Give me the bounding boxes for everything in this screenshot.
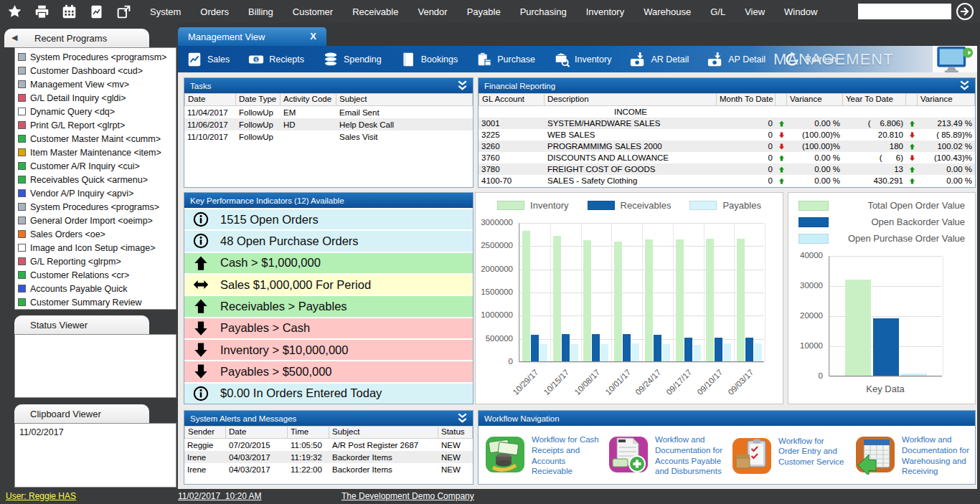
table-row[interactable]: 11/04/2017 FollowUp EM Email Sent — [184, 106, 473, 118]
column-header[interactable]: GL Account — [479, 93, 545, 106]
menu-item[interactable]: Receivable — [352, 6, 398, 17]
kpi-item[interactable]: $0.00 In Orders Entered Today — [184, 384, 473, 404]
table-row[interactable]: 3260 PROGRAMMIMG SALES 2000 0 (100.00)% … — [479, 141, 975, 152]
kpi-item[interactable]: Receivables > Payables — [184, 296, 473, 316]
collapse-chevron-icon[interactable] — [456, 412, 468, 424]
toolbar-button[interactable]: Inventory — [554, 52, 611, 67]
recent-program-item[interactable]: Item Master Maintenance <item> — [15, 146, 176, 159]
statusbar-datetime-link[interactable]: 11/02/2017 10:20 AM — [178, 491, 262, 501]
menu-item[interactable]: System — [150, 6, 181, 17]
toolbar-button[interactable]: Spending — [323, 52, 382, 67]
column-header[interactable]: Year To Date — [843, 93, 906, 106]
toolbar-button[interactable]: Purchase — [476, 52, 535, 67]
workflow-item[interactable]: Workflow and Documentation for Accounts … — [608, 433, 722, 477]
column-header[interactable]: Description — [545, 93, 717, 106]
calendar-icon[interactable] — [62, 4, 77, 19]
recent-program-item[interactable]: Image and Icon Setup <image> — [15, 241, 176, 255]
toolbar-button[interactable]: Sales — [187, 52, 230, 67]
column-header[interactable]: Date — [184, 93, 236, 106]
table-row[interactable]: Reggie 07/20/2015 11:05:50 A/R Post Regi… — [184, 439, 473, 451]
menu-item[interactable]: Payable — [467, 6, 501, 17]
table-row[interactable]: 3760 DISCOUNTS AND ALLOWANCE 0 0.00 % ( … — [479, 152, 975, 163]
recent-program-item[interactable]: G/L Reporting <glrpm> — [15, 255, 176, 268]
workflow-item[interactable]: Workflow for Order Entry and Customer Se… — [731, 434, 846, 476]
column-header[interactable]: Activity Code — [281, 93, 336, 106]
kpi-item[interactable]: 1515 Open Orders — [184, 209, 473, 229]
recent-program-item[interactable]: System Procedures <programsm> — [15, 50, 176, 64]
close-icon[interactable]: X — [310, 31, 316, 42]
table-row[interactable]: Irene 04/03/2017 11:22:00 Backorder Item… — [184, 463, 473, 475]
kpi-item[interactable]: Inventory > $10,000,000 — [184, 340, 473, 360]
collapse-chevron-icon[interactable] — [456, 80, 468, 92]
report-icon[interactable] — [89, 4, 104, 19]
table-row[interactable]: Irene 04/03/2017 11:19:32 Backorder Item… — [184, 451, 473, 463]
collapse-chevron-icon[interactable] — [958, 80, 971, 92]
search-input[interactable] — [858, 4, 951, 19]
column-header[interactable]: Variance — [918, 93, 975, 106]
column-header[interactable] — [776, 93, 787, 106]
column-header[interactable]: Date Type — [236, 93, 281, 106]
kpi-item[interactable]: Payables > $500,000 — [184, 361, 473, 381]
menu-item[interactable]: G/L — [710, 6, 725, 17]
kpi-item[interactable]: Payables > Cash — [184, 318, 473, 338]
menu-item[interactable]: View — [745, 6, 765, 17]
toolbar-button[interactable]: Bookings — [400, 52, 458, 67]
column-header[interactable]: Subject — [329, 426, 438, 439]
kpi-item[interactable]: Sales $1,000,000 For Period — [184, 275, 473, 295]
table-row[interactable]: 3001 SYSTEM/HARDWARE SALES 0 0.00 % ( 6.… — [479, 118, 975, 129]
search-go-button[interactable] — [956, 2, 974, 21]
menu-item[interactable]: Orders — [200, 6, 229, 17]
recent-program-item[interactable]: General Order Import <oeimp> — [15, 214, 176, 227]
recent-program-item[interactable]: Receivables Quick <armenu> — [15, 173, 176, 186]
menu-item[interactable]: Warehouse — [644, 6, 691, 17]
kpi-item[interactable]: Cash > $1,000,000 — [184, 253, 473, 273]
table-row[interactable]: 3225 WEB SALES 0 (100.00)% 20.810 ( 85.8… — [479, 129, 975, 141]
recent-program-item[interactable]: Customer Relations <cr> — [15, 268, 176, 282]
recent-program-item[interactable]: Dynamic Query <dq> — [15, 105, 176, 118]
table-row[interactable]: 3780 FREIGHT COST OF GOODS 0 0.00 % 13 0… — [479, 163, 975, 175]
column-header[interactable]: Status — [438, 426, 473, 439]
recent-program-item[interactable]: System Procedures <programs> — [15, 200, 176, 214]
recent-program-item[interactable]: Print G/L Report <glrpt> — [15, 118, 176, 132]
column-header[interactable]: Subject — [336, 93, 473, 106]
recent-program-item[interactable]: Sales Orders <oe> — [15, 227, 176, 241]
recent-program-item[interactable]: Customer Dashboard <cud> — [15, 64, 176, 77]
toolbar-button[interactable]: AP Detail — [707, 52, 765, 67]
toolbar-button[interactable]: AR Detail — [630, 52, 689, 67]
table-row[interactable]: 11/06/2017 FollowUp HD Help Desk Call — [184, 118, 473, 130]
column-header[interactable]: Date — [226, 426, 288, 439]
recent-program-item[interactable]: G/L Detail Inquiry <gldi> — [15, 91, 176, 105]
recent-program-item[interactable]: Customer Summary Review — [15, 295, 176, 309]
recent-program-item[interactable]: Management View <mv> — [15, 77, 176, 91]
workflow-item[interactable]: Workflow and Documentation for Warehousi… — [854, 433, 969, 477]
toolbar-button-label: AR Detail — [651, 54, 689, 65]
back-arrow-icon[interactable]: ◀ — [11, 33, 22, 43]
column-header[interactable]: Sender — [184, 426, 226, 439]
workflow-item[interactable]: Workflow for Cash Receipts and Accounts … — [484, 433, 599, 477]
menu-item[interactable]: Vendor — [418, 6, 447, 17]
statusbar-company-link[interactable]: The Development Demo Company — [341, 491, 474, 501]
launch-icon[interactable] — [116, 4, 131, 19]
column-header[interactable]: Month To Date — [717, 93, 776, 106]
tab-management-view[interactable]: Management View X — [178, 27, 326, 46]
toolbar-button[interactable]: $ Reciepts — [248, 52, 304, 67]
recent-program-item[interactable]: Customer A/R Inquiry <cui> — [15, 159, 176, 173]
menu-item[interactable]: Billing — [248, 6, 273, 17]
statusbar-user-link[interactable]: User: Reggie HAS — [6, 491, 76, 501]
menu-item[interactable]: Inventory — [586, 6, 624, 17]
recent-program-item[interactable]: Accounts Payable Quick — [15, 282, 176, 295]
menu-item[interactable]: Window — [784, 6, 817, 17]
print-icon[interactable] — [34, 4, 50, 19]
table-row[interactable]: 4100-70 SALES - Safety Clothing 0 0.00 %… — [479, 175, 975, 186]
menu-item[interactable]: Customer — [293, 6, 333, 17]
column-header[interactable]: Time — [288, 426, 329, 439]
star-icon[interactable] — [7, 4, 22, 19]
column-header[interactable]: Variance — [787, 93, 843, 106]
monitor-export-icon[interactable] — [936, 46, 974, 73]
kpi-item[interactable]: 48 Open Purchase Orders — [184, 231, 473, 251]
column-header[interactable] — [906, 93, 918, 106]
recent-program-item[interactable]: Vendor A/P Inquiry <apvi> — [15, 186, 176, 200]
table-row[interactable]: 11/10/2017 FollowUp Sales Visit — [184, 130, 473, 143]
recent-program-item[interactable]: Customer Master Maint <cumm> — [15, 132, 176, 146]
menu-item[interactable]: Purchasing — [520, 6, 567, 17]
